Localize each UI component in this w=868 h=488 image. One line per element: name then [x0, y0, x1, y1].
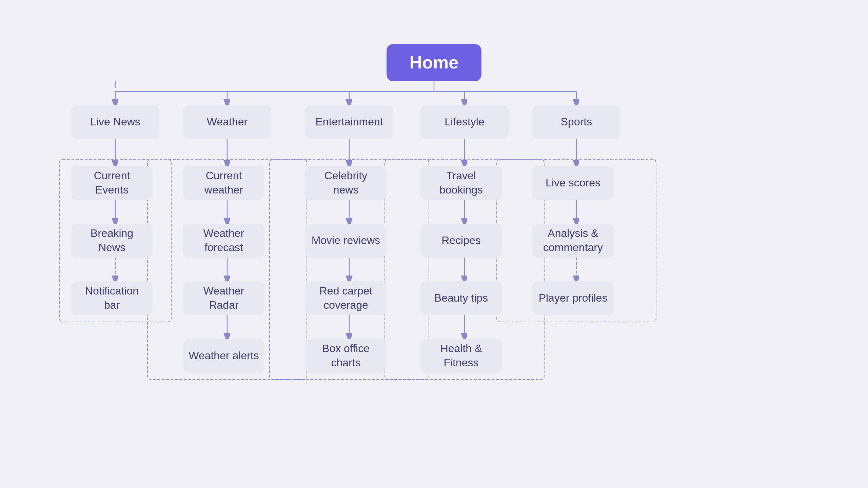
diagram: Home Live News Weather Entertainment Lif… — [27, 24, 841, 464]
movie-reviews-label: Movie reviews — [312, 233, 380, 248]
player-profiles-label: Player profiles — [539, 291, 608, 305]
breaking-news-node: Breaking News — [71, 224, 153, 258]
red-carpet-node: Red carpetcoverage — [305, 281, 387, 315]
live-scores-node: Live scores — [532, 166, 614, 200]
analysis-commentary-label: Analysis &commentary — [543, 226, 603, 255]
weather-node: Weather — [183, 105, 271, 139]
movie-reviews-node: Movie reviews — [305, 224, 387, 258]
live-news-label: Live News — [90, 115, 140, 129]
weather-forecast-label: Weatherforecast — [203, 226, 244, 255]
breaking-news-label: Breaking News — [77, 226, 147, 255]
root-label: Home — [410, 51, 458, 74]
entertainment-node: Entertainment — [305, 105, 393, 139]
analysis-commentary-node: Analysis &commentary — [532, 224, 614, 258]
weather-alerts-node: Weather alerts — [183, 339, 264, 373]
box-office-node: Box officecharts — [305, 339, 387, 373]
health-fitness-label: Health &Fitness — [440, 342, 482, 370]
health-fitness-node: Health &Fitness — [420, 339, 502, 373]
live-scores-label: Live scores — [546, 176, 600, 190]
weather-forecast-node: Weatherforecast — [183, 224, 264, 258]
root-node: Home — [387, 44, 481, 81]
sports-label: Sports — [561, 115, 592, 129]
notification-bar-node: Notification bar — [71, 281, 153, 315]
travel-bookings-node: Travel bookings — [420, 166, 502, 200]
recipes-node: Recipes — [420, 224, 502, 258]
weather-radar-label: Weather Radar — [189, 284, 259, 312]
recipes-label: Recipes — [441, 233, 481, 248]
red-carpet-label: Red carpetcoverage — [319, 284, 373, 312]
live-news-node: Live News — [71, 105, 159, 139]
weather-label: Weather — [207, 115, 248, 129]
current-events-label: Current Events — [77, 169, 147, 197]
player-profiles-node: Player profiles — [532, 281, 614, 315]
celebrity-news-label: Celebrity news — [311, 169, 381, 197]
celebrity-news-node: Celebrity news — [305, 166, 387, 200]
sports-node: Sports — [532, 105, 620, 139]
current-events-node: Current Events — [71, 166, 153, 200]
beauty-tips-node: Beauty tips — [420, 281, 502, 315]
lifestyle-node: Lifestyle — [420, 105, 509, 139]
entertainment-label: Entertainment — [315, 115, 383, 129]
current-weather-node: Currentweather — [183, 166, 264, 200]
notification-bar-label: Notification bar — [77, 284, 147, 312]
travel-bookings-label: Travel bookings — [426, 169, 496, 197]
weather-alerts-label: Weather alerts — [189, 349, 259, 363]
box-office-label: Box officecharts — [322, 342, 370, 370]
weather-radar-node: Weather Radar — [183, 281, 264, 315]
beauty-tips-label: Beauty tips — [434, 291, 488, 305]
current-weather-label: Currentweather — [204, 169, 243, 197]
lifestyle-label: Lifestyle — [445, 115, 484, 129]
